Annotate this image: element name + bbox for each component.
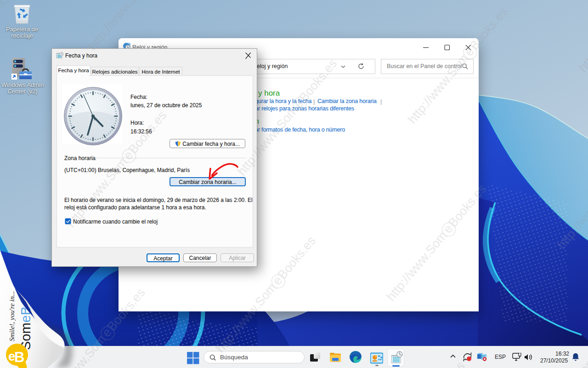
svg-text:Smile!, you're in...: Smile!, you're in... (8, 291, 16, 341)
svg-text:B: B (14, 349, 24, 365)
